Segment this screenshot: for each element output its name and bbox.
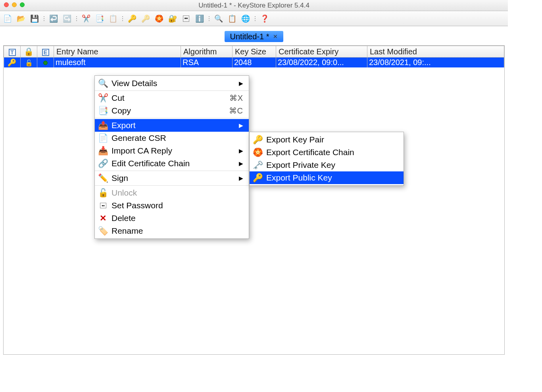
save-file-button[interactable]: 💾 (29, 13, 40, 24)
zoom-window-button[interactable] (20, 2, 25, 7)
menu-view-details[interactable]: 🔍 View Details ▶ (95, 77, 249, 90)
properties-button[interactable]: ℹ️ (194, 13, 206, 24)
minimize-window-button[interactable] (12, 2, 17, 7)
pen-icon: ✏️ (99, 173, 108, 183)
new-file-button[interactable]: 📄 (2, 13, 13, 24)
cell-last-modified: 23/08/2021, 09:... (367, 58, 504, 68)
toolbar-separator (208, 13, 211, 24)
public-key-icon: 🔑 (254, 173, 262, 183)
examine-ssl-button[interactable]: 🌐 (240, 13, 252, 24)
set-password-button[interactable]: •• (180, 13, 192, 24)
submenu-arrow-icon: ▶ (239, 122, 243, 129)
window-title: Untitled-1 * - KeyStore Explorer 5.4.4 (0, 2, 508, 10)
table-row[interactable]: 🔑 🔓 mulesoft RSA 2048 23/08/2022, 09:0..… (4, 58, 504, 68)
submenu-arrow-icon: ▶ (239, 160, 243, 167)
col-lock[interactable]: 🔒 (21, 46, 37, 58)
undo-button[interactable]: ↩️ (48, 13, 60, 24)
toolbar-separator (254, 13, 257, 24)
col-type[interactable]: T (4, 46, 21, 58)
titlebar: Untitled-1 * - KeyStore Explorer 5.4.4 (0, 0, 508, 11)
tab-label: Untitled-1 * (230, 32, 269, 41)
rename-icon: 🏷️ (99, 226, 108, 236)
toolbar-separator (42, 13, 46, 24)
menu-export-private-key[interactable]: 🗝️ Export Private Key (250, 159, 404, 171)
cut-button[interactable]: ✂️ (80, 13, 92, 24)
menu-generate-csr[interactable]: 📄 Generate CSR (95, 132, 249, 144)
menu-export-cert-chain[interactable]: 🏵️ Export Certificate Chain (250, 146, 404, 159)
menu-export-public-key[interactable]: 🔑 Export Public Key (250, 171, 404, 184)
menu-edit-cert-chain[interactable]: 🔗 Edit Certificate Chain ▶ (95, 157, 249, 170)
tab-close-icon[interactable]: ✕ (273, 33, 278, 40)
menu-copy[interactable]: 📑 Copy ⌘C (95, 104, 249, 117)
valid-status-icon (43, 61, 48, 65)
col-key-size[interactable]: Key Size (233, 46, 276, 58)
certificate-icon: 🏵️ (254, 148, 262, 157)
window-controls (4, 2, 25, 7)
shortcut-label: ⌘X (229, 93, 243, 103)
magnifier-icon: 🔍 (99, 79, 108, 88)
redo-button[interactable]: ↪️ (61, 13, 73, 24)
menu-separator (95, 171, 249, 171)
copy-button[interactable]: 📑 (94, 13, 106, 24)
cell-cert-expiry: 23/08/2022, 09:0... (276, 58, 367, 68)
cell-key-size: 2048 (233, 58, 276, 68)
lock-header-icon: 🔒 (24, 47, 34, 56)
generate-secretkey-button[interactable]: 🔑 (140, 13, 152, 24)
tab-bar: Untitled-1 * ✕ (0, 26, 508, 42)
private-key-icon: 🗝️ (254, 160, 262, 170)
password-icon: •• (99, 203, 108, 208)
copy-icon: 📑 (99, 106, 108, 115)
toolbar: 📄 📂 💾 ↩️ ↪️ ✂️ 📑 📋 🔑 🔑 🏵️ 🔐 •• ℹ️ 🔍 📋 🌐 … (0, 11, 508, 26)
submenu-arrow-icon: ▶ (239, 148, 243, 154)
edit-chain-icon: 🔗 (99, 159, 108, 168)
menu-set-password[interactable]: •• Set Password (95, 199, 249, 212)
menu-unlock: 🔓 Unlock (95, 186, 249, 199)
submenu-arrow-icon: ▶ (239, 80, 243, 86)
menu-separator (95, 118, 249, 118)
generate-keypair-button[interactable]: 🔑 (126, 13, 138, 24)
cell-entry-name: mulesoft (54, 58, 181, 68)
export-icon: 📤 (99, 121, 108, 130)
menu-export[interactable]: 📤 Export ▶ (95, 119, 249, 132)
menu-delete[interactable]: ✕ Delete (95, 212, 249, 225)
table-container: T 🔒 E Entry Name Algorithm Key Size Cert… (3, 45, 505, 355)
menu-cut[interactable]: ✂️ Cut ⌘X (95, 92, 249, 104)
toolbar-separator (75, 13, 78, 24)
delete-icon: ✕ (99, 213, 108, 223)
keypair-icon: 🔑 (8, 59, 16, 67)
menu-separator (95, 90, 249, 91)
context-menu: 🔍 View Details ▶ ✂️ Cut ⌘X 📑 Copy ⌘C 📤 E… (94, 75, 249, 239)
document-icon: 📄 (99, 133, 108, 143)
entries-table: T 🔒 E Entry Name Algorithm Key Size Cert… (4, 46, 504, 67)
import-keypair-button[interactable]: 🔐 (167, 13, 179, 24)
help-button[interactable]: ❓ (259, 13, 271, 24)
examine-file-button[interactable]: 🔍 (213, 13, 225, 24)
col-expiry-status[interactable]: E (37, 46, 54, 58)
menu-export-key-pair[interactable]: 🔑 Export Key Pair (250, 133, 404, 146)
export-submenu: 🔑 Export Key Pair 🏵️ Export Certificate … (249, 132, 404, 186)
import-icon: 📥 (99, 146, 108, 156)
unlock-icon: 🔓 (99, 188, 108, 198)
examine-clipboard-button[interactable]: 📋 (226, 13, 238, 24)
menu-separator (95, 185, 249, 186)
submenu-arrow-icon: ▶ (239, 175, 243, 181)
import-cert-button[interactable]: 🏵️ (153, 13, 165, 24)
unlocked-icon: 🔓 (25, 60, 33, 66)
toolbar-separator (121, 13, 124, 24)
col-entry-name[interactable]: Entry Name (54, 46, 181, 58)
close-window-button[interactable] (4, 2, 9, 7)
menu-sign[interactable]: ✏️ Sign ▶ (95, 172, 249, 184)
paste-button[interactable]: 📋 (107, 13, 119, 24)
expiry-header-icon: E (42, 49, 49, 56)
shortcut-label: ⌘C (229, 106, 243, 115)
col-algorithm[interactable]: Algorithm (181, 46, 233, 58)
keypair-icon: 🔑 (254, 135, 262, 144)
cell-algorithm: RSA (181, 58, 233, 68)
menu-import-ca-reply[interactable]: 📥 Import CA Reply ▶ (95, 144, 249, 157)
open-file-button[interactable]: 📂 (15, 13, 27, 24)
scissors-icon: ✂️ (99, 93, 108, 103)
col-last-modified[interactable]: Last Modified (367, 46, 504, 58)
col-cert-expiry[interactable]: Certificate Expiry (276, 46, 367, 58)
document-tab[interactable]: Untitled-1 * ✕ (225, 31, 284, 42)
menu-rename[interactable]: 🏷️ Rename (95, 225, 249, 237)
